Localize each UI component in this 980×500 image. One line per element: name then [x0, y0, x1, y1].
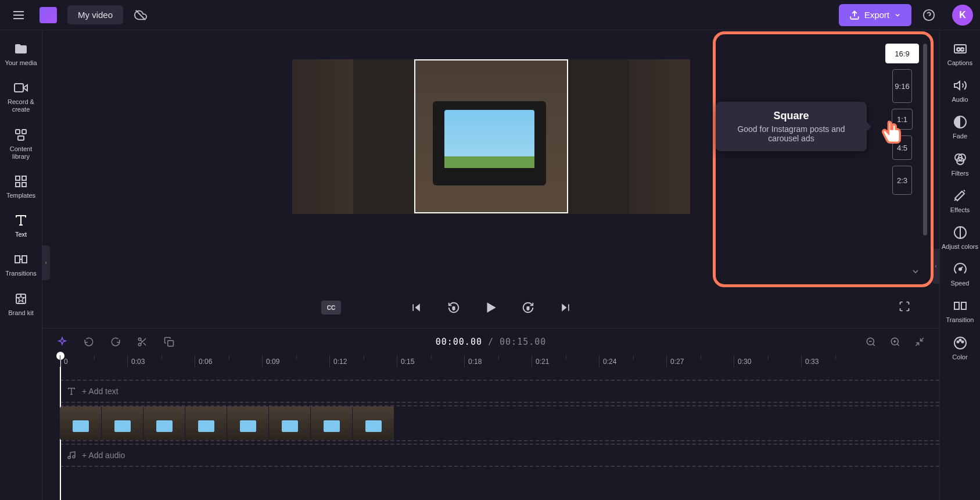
- copy-button[interactable]: [161, 334, 177, 350]
- right-item-captions[interactable]: CC Captions: [942, 42, 979, 67]
- help-button[interactable]: [917, 3, 940, 27]
- right-item-audio[interactable]: Audio: [942, 78, 979, 103]
- svg-rect-15: [22, 183, 26, 187]
- fit-timeline-button[interactable]: [911, 334, 928, 350]
- right-item-speed[interactable]: Speed: [942, 262, 979, 287]
- camera-icon: [14, 81, 28, 95]
- video-content-tv: [433, 101, 546, 185]
- cloud-sync-button[interactable]: [129, 3, 152, 27]
- svg-rect-19: [22, 256, 27, 263]
- sidebar-item-brand-kit[interactable]: Brand kit: [1, 286, 41, 323]
- svg-rect-11: [18, 136, 24, 140]
- ruler-tick: 0:15: [397, 355, 464, 367]
- svg-point-45: [68, 456, 70, 459]
- chevron-down-icon: [911, 267, 920, 276]
- svg-point-62: [959, 339, 961, 341]
- zoom-out-button[interactable]: [863, 334, 879, 350]
- auto-compose-button[interactable]: [54, 334, 70, 350]
- svg-rect-13: [22, 176, 26, 180]
- upload-icon: [849, 10, 860, 20]
- play-icon: [483, 300, 498, 315]
- svg-marker-7: [23, 85, 27, 91]
- svg-line-32: [141, 340, 142, 342]
- topbar: My video Export K: [0, 0, 980, 30]
- user-avatar[interactable]: K: [952, 5, 973, 26]
- chevron-left-icon: [934, 263, 938, 270]
- project-title[interactable]: My video: [67, 5, 123, 24]
- redo-button[interactable]: [107, 334, 124, 350]
- right-item-transition[interactable]: Transition: [942, 299, 979, 324]
- svg-rect-12: [16, 176, 20, 180]
- svg-text:CC: CC: [956, 47, 964, 52]
- closed-captions-button[interactable]: CC: [321, 301, 341, 315]
- timeline-tracks: + Add text + Add: [42, 375, 939, 467]
- text-track[interactable]: + Add text: [60, 380, 939, 403]
- right-sidebar: CC Captions Audio Fade Filters Effects A…: [939, 30, 980, 500]
- svg-marker-24: [487, 302, 496, 312]
- right-item-adjust-colors[interactable]: Adjust colors: [942, 226, 979, 251]
- sidebar-item-templates[interactable]: Templates: [1, 169, 41, 205]
- sidebar-item-record-create[interactable]: Record & create: [1, 75, 41, 119]
- svg-rect-10: [22, 130, 26, 134]
- rewind-5-button[interactable]: 5: [442, 296, 465, 319]
- right-item-color[interactable]: Color: [942, 336, 979, 361]
- sidebar-item-transitions[interactable]: Transitions: [1, 247, 41, 283]
- aspect-ratio-list: 16:9 9:16 1:1 4:5 2:3: [885, 44, 919, 195]
- aspect-option-16-9[interactable]: 16:9: [885, 44, 919, 63]
- crop-frame[interactable]: [414, 59, 568, 213]
- sidebar-item-content-library[interactable]: Content library: [1, 122, 41, 166]
- library-icon: [14, 128, 28, 142]
- left-sidebar: Your media Record & create Content libra…: [0, 30, 42, 500]
- ruler-tick: 0:27: [666, 355, 734, 367]
- svg-marker-49: [954, 81, 960, 90]
- aspect-option-2-3[interactable]: 2:3: [892, 166, 912, 195]
- adjust-icon: [953, 226, 967, 240]
- aspect-option-4-5[interactable]: 4:5: [892, 135, 912, 160]
- aspect-more-button[interactable]: [911, 267, 920, 278]
- aspect-scrollbar[interactable]: [923, 44, 927, 235]
- video-clip[interactable]: [60, 406, 394, 440]
- svg-marker-26: [562, 303, 566, 311]
- split-button[interactable]: [134, 334, 150, 350]
- svg-marker-21: [415, 303, 420, 311]
- export-button[interactable]: Export: [839, 4, 911, 26]
- templates-icon: [14, 174, 28, 188]
- aspect-option-9-16[interactable]: 9:16: [892, 69, 912, 103]
- right-item-effects[interactable]: Effects: [942, 189, 979, 214]
- svg-point-61: [961, 341, 963, 342]
- forward-5-button[interactable]: 5: [516, 296, 540, 319]
- sidebar-item-text[interactable]: Text: [1, 208, 41, 244]
- undo-button[interactable]: [81, 334, 97, 350]
- audio-icon: [953, 78, 967, 92]
- fullscreen-button[interactable]: [899, 301, 910, 315]
- svg-point-60: [957, 341, 959, 342]
- ruler-tick: 0:33: [801, 355, 868, 367]
- right-item-filters[interactable]: Filters: [942, 152, 979, 177]
- timeline-ruler[interactable]: 0 0:03 0:06 0:09 0:12 0:15 0:18 0:21 0:2…: [42, 355, 939, 375]
- skip-start-button[interactable]: [405, 296, 428, 319]
- zoom-in-button[interactable]: [887, 334, 903, 350]
- ruler-tick: 0:06: [195, 355, 262, 367]
- music-icon: [67, 451, 76, 460]
- captions-icon: CC: [953, 42, 967, 56]
- aspect-option-1-1[interactable]: 1:1: [892, 109, 913, 130]
- redo-icon: [110, 337, 121, 347]
- svg-rect-9: [16, 130, 20, 134]
- palette-icon: [953, 336, 967, 350]
- play-button[interactable]: [479, 296, 502, 319]
- svg-line-41: [921, 338, 924, 341]
- speed-icon: [953, 262, 967, 276]
- audio-track[interactable]: + Add audio: [60, 444, 939, 467]
- ruler-tick: 0:30: [734, 355, 801, 367]
- hamburger-menu-button[interactable]: [7, 3, 30, 27]
- sidebar-item-your-media[interactable]: Your media: [1, 36, 41, 73]
- skip-end-button[interactable]: [554, 296, 577, 319]
- video-track[interactable]: [60, 405, 939, 441]
- ruler-tick: 0:21: [532, 355, 599, 367]
- svg-point-46: [73, 456, 75, 458]
- right-item-fade[interactable]: Fade: [942, 115, 979, 140]
- fit-icon: [914, 337, 925, 347]
- svg-text:5: 5: [453, 306, 455, 311]
- svg-point-56: [959, 268, 961, 270]
- brandkit-icon: [14, 292, 28, 306]
